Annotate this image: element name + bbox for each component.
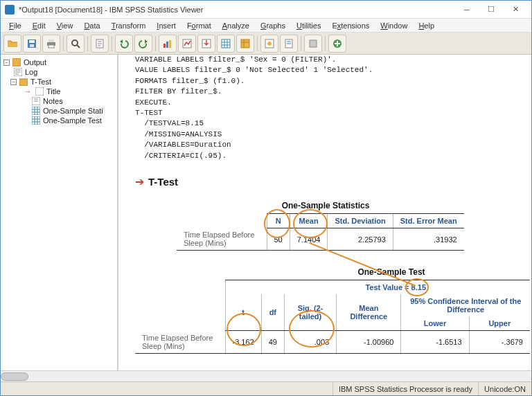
print-button[interactable]	[42, 35, 60, 53]
window-title: *Output18 [Document18] - IBM SPSS Statis…	[19, 6, 455, 14]
open-button[interactable]	[3, 35, 21, 53]
val-upper: -.3679	[469, 331, 530, 354]
menu-utilities[interactable]: Utilities	[291, 20, 326, 31]
val-md: -1.00960	[337, 331, 401, 354]
designate-button[interactable]	[304, 35, 322, 53]
app-icon	[5, 5, 15, 15]
svg-rect-21	[12, 58, 21, 66]
table-icon	[31, 116, 41, 125]
svg-rect-27	[32, 116, 40, 125]
menu-extensions[interactable]: Extensions	[326, 20, 375, 31]
undo-button[interactable]	[115, 35, 133, 53]
menu-bar: File Edit View Data Transform Insert For…	[1, 19, 531, 33]
syntax-log: VARIABLE LABELS filter_$ 'Sex = 0 (FILTE…	[135, 55, 524, 161]
tree-ttest-test[interactable]: One-Sample Test	[3, 116, 114, 125]
status-bar: IBM SPSS Statistics Processor is ready U…	[1, 381, 531, 395]
col-se: Std. Error Mean	[393, 213, 463, 228]
output-icon	[12, 58, 21, 66]
select-button[interactable]	[260, 35, 278, 53]
title-bar: *Output18 [Document18] - IBM SPSS Statis…	[1, 1, 531, 19]
menu-file[interactable]: File	[3, 20, 27, 31]
tree-root[interactable]: − Output	[3, 57, 114, 67]
ttest-heading: ➔ T-Test	[135, 175, 524, 188]
table-icon	[31, 107, 41, 115]
chart-button-1[interactable]	[159, 35, 177, 53]
scroll-thumb[interactable]	[1, 372, 28, 381]
svg-rect-23	[19, 79, 28, 86]
menu-help[interactable]: Help	[413, 20, 440, 31]
tree-ttest-title[interactable]: → Title	[3, 87, 114, 96]
val-df: 49	[261, 331, 284, 354]
preview-button[interactable]	[66, 35, 85, 53]
tree-ttest-stats[interactable]: One-Sample Stati	[3, 106, 114, 116]
val-sig: .003	[284, 331, 336, 354]
svg-rect-19	[310, 40, 317, 47]
col-df: df	[261, 294, 284, 331]
export-button[interactable]	[91, 35, 109, 53]
menu-view[interactable]: View	[51, 20, 79, 31]
minimize-button[interactable]: ─	[455, 3, 479, 17]
svg-rect-14	[222, 39, 230, 48]
svg-rect-4	[48, 39, 54, 42]
test-table[interactable]: Test Value = 8.15 t df Sig. (2-tailed) M…	[135, 280, 530, 354]
table-button-1[interactable]	[217, 35, 235, 53]
menu-graphs[interactable]: Graphs	[255, 20, 291, 31]
add-button[interactable]	[328, 35, 346, 53]
val-sd: 2.25793	[328, 228, 393, 251]
col-md: Mean Difference	[337, 294, 401, 331]
table-button-2[interactable]	[236, 35, 254, 53]
close-button[interactable]: ✕	[504, 3, 527, 17]
col-upper: Upper	[469, 316, 530, 331]
outline-tree[interactable]: − Output Log − T-Test → Title Notes	[1, 55, 118, 370]
val-t: -3.162	[225, 331, 261, 354]
menu-transform[interactable]: Transform	[106, 20, 152, 31]
val-lower: -1.6513	[401, 331, 469, 354]
save-button[interactable]	[23, 35, 41, 53]
folder-icon	[19, 78, 28, 86]
log-icon	[13, 68, 23, 76]
menu-data[interactable]: Data	[78, 20, 105, 31]
status-processor: IBM SPSS Statistics Processor is ready	[332, 382, 478, 395]
col-t: t	[225, 294, 261, 331]
stats-caption: One-Sample Statistics	[177, 201, 475, 210]
redo-button[interactable]	[134, 35, 152, 53]
collapse-icon[interactable]: −	[10, 79, 17, 85]
svg-rect-2	[30, 44, 34, 47]
svg-rect-10	[166, 42, 168, 48]
goto-button[interactable]	[197, 35, 215, 53]
row-label: Time Elapsed Before Sleep (Mins)	[135, 331, 225, 354]
svg-rect-24	[35, 87, 44, 96]
tree-ttest[interactable]: − T-Test	[3, 77, 114, 87]
menu-window[interactable]: Window	[375, 20, 413, 31]
svg-point-17	[267, 42, 272, 46]
svg-line-7	[77, 45, 80, 48]
val-n: 50	[267, 228, 290, 251]
collapse-icon[interactable]: −	[3, 60, 10, 66]
script-button[interactable]	[280, 35, 298, 53]
val-mean: 7.1404	[290, 228, 328, 251]
maximize-button[interactable]: ☐	[479, 3, 503, 17]
svg-point-6	[72, 40, 78, 46]
stats-table[interactable]: N Mean Std. Deviation Std. Error Mean Ti…	[177, 213, 464, 251]
output-viewer[interactable]: VARIABLE LABELS filter_$ 'Sex = 0 (FILTE…	[118, 55, 531, 370]
arrow-icon: ➔	[135, 175, 144, 188]
row-label: Time Elapsed Before Sleep (Mins)	[177, 228, 267, 251]
horizontal-scrollbar[interactable]	[1, 370, 531, 381]
arrow-icon: →	[23, 87, 33, 96]
val-se: .31932	[393, 228, 463, 251]
test-caption: One-Sample Test	[135, 267, 530, 277]
svg-rect-1	[29, 40, 35, 43]
tree-ttest-notes[interactable]: Notes	[3, 96, 114, 106]
col-lower: Lower	[401, 316, 469, 331]
status-unicode: Unicode:ON	[478, 382, 531, 395]
menu-format[interactable]: Format	[181, 20, 217, 31]
col-sig: Sig. (2-tailed)	[284, 294, 336, 331]
title-icon	[35, 87, 44, 96]
toolbar	[1, 33, 531, 55]
col-n: N	[267, 213, 290, 228]
menu-edit[interactable]: Edit	[27, 20, 51, 31]
tree-log[interactable]: Log	[3, 67, 114, 77]
menu-insert[interactable]: Insert	[151, 20, 181, 31]
chart-button-2[interactable]	[178, 35, 196, 53]
menu-analyze[interactable]: Analyze	[217, 20, 255, 31]
